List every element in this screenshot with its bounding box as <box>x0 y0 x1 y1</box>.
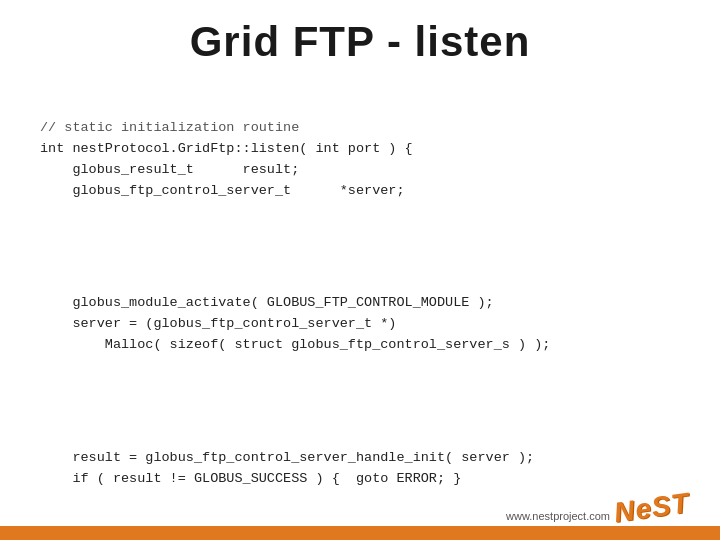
slide: Grid FTP - listen // static initializati… <box>0 0 720 540</box>
code-line: globus_ftp_control_server_t *server; <box>40 183 405 198</box>
website-url: www.nestproject.com <box>506 510 610 522</box>
slide-title: Grid FTP - listen <box>0 0 720 76</box>
code-line: globus_result_t result; <box>40 162 299 177</box>
code-section-3: result = globus_ftp_control_server_handl… <box>40 427 700 490</box>
code-section-1: // static initialization routine int nes… <box>40 118 700 202</box>
code-line: Malloc( sizeof( struct globus_ftp_contro… <box>40 337 550 352</box>
comment-line: // static initialization routine <box>40 120 299 135</box>
code-block: // static initialization routine int nes… <box>0 76 720 540</box>
bottom-bar <box>0 526 720 540</box>
code-line: globus_module_activate( GLOBUS_FTP_CONTR… <box>40 295 494 310</box>
code-line: server = (globus_ftp_control_server_t *) <box>40 316 396 331</box>
code-line: int nestProtocol.GridFtp::listen( int po… <box>40 141 413 156</box>
code-section-2: globus_module_activate( GLOBUS_FTP_CONTR… <box>40 272 700 356</box>
code-line: if ( result != GLOBUS_SUCCESS ) { goto E… <box>40 471 461 486</box>
code-line: result = globus_ftp_control_server_handl… <box>40 450 534 465</box>
